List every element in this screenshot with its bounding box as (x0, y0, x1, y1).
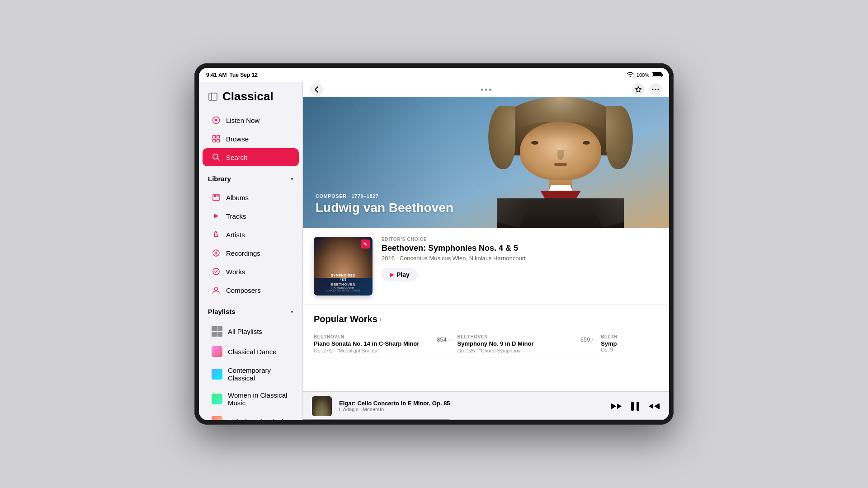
sidebar-item-composers[interactable]: Composers (203, 281, 299, 299)
album-cover: SYMPHONIES4&5 BEETHOVEN HARNONCOURT CONC… (314, 237, 373, 296)
composer-portrait (475, 97, 646, 228)
status-right: 100% (627, 72, 662, 78)
playlists-label: Playlists (208, 308, 236, 315)
composers-label: Composers (226, 286, 261, 294)
album-info: EDITOR'S CHOICE Beethoven: Symphonies No… (382, 237, 658, 282)
svg-rect-11 (214, 195, 216, 197)
svg-rect-10 (213, 194, 219, 201)
status-bar: 9:41 AM Tue Sep 12 100% (199, 68, 669, 82)
work-item-3-partial[interactable]: BEETH Symp Op. 9 (601, 331, 658, 357)
library-section-header: Library ▾ (199, 170, 302, 184)
library-label: Library (208, 175, 231, 183)
sidebar-item-recordings[interactable]: Recordings (203, 244, 299, 262)
album-title: Beethoven: Symphonies Nos. 4 & 5 (382, 244, 658, 253)
dot-1 (481, 89, 483, 91)
rewind-button[interactable] (610, 401, 623, 411)
classical-dance-thumb (212, 346, 222, 357)
sidebar-item-artists[interactable]: Artists (203, 225, 299, 244)
favorite-button[interactable] (632, 83, 645, 96)
work-1-sub: Op. 27/2 · "Moonlight Sonata" (314, 348, 419, 353)
work-3-title: Symp (601, 340, 658, 347)
work-2-composer: BEETHOVEN (458, 334, 534, 339)
playback-progress-bar[interactable] (303, 419, 669, 420)
device-inner: 9:41 AM Tue Sep 12 100% (199, 68, 669, 420)
pause-button[interactable] (630, 401, 640, 412)
svg-rect-7 (217, 140, 220, 142)
sidebar-item-search[interactable]: Search (203, 148, 299, 166)
relaxing-classical-thumb (212, 416, 222, 420)
albums-icon (212, 193, 221, 202)
search-icon (212, 153, 221, 162)
playlists-section-header: Playlists ▾ (199, 303, 302, 317)
play-button[interactable]: ▶ Play (382, 268, 418, 282)
app-title: Classical (222, 89, 274, 103)
playback-controls (610, 401, 660, 412)
app-content: Classical Listen Now (199, 82, 669, 420)
sidebar-item-contemporary-classical[interactable]: Contemporary Classical (203, 362, 299, 386)
sidebar-item-all-playlists[interactable]: All Playlists (203, 321, 299, 341)
sidebar-item-works[interactable]: Works (203, 263, 299, 281)
work-item-2[interactable]: BEETHOVEN Symphony No. 9 in D Minor Op. … (458, 331, 601, 357)
sidebar-item-women-in-classical[interactable]: Women in Classical Music (203, 387, 299, 411)
work-1-title: Piano Sonata No. 14 in C-Sharp Minor (314, 340, 419, 347)
contemporary-classical-label: Contemporary Classical (228, 366, 290, 382)
work-2-title: Symphony No. 9 in D Minor (458, 340, 534, 347)
more-options-button[interactable] (649, 83, 662, 96)
work-item-1[interactable]: BEETHOVEN Piano Sonata No. 14 in C-Sharp… (314, 331, 458, 357)
editors-choice-label: EDITOR'S CHOICE (382, 237, 658, 242)
time-display: 9:41 AM (206, 72, 227, 78)
listen-now-label: Listen Now (226, 117, 259, 124)
sidebar-item-browse[interactable]: Browse (203, 130, 299, 148)
sidebar-collapse-icon[interactable] (208, 92, 218, 102)
svg-point-20 (215, 287, 218, 291)
featured-album-section: SYMPHONIES4&5 BEETHOVEN HARNONCOURT CONC… (303, 228, 669, 305)
device-frame: 9:41 AM Tue Sep 12 100% (194, 63, 674, 425)
tracks-icon (212, 211, 221, 221)
sidebar-item-albums[interactable]: Albums (203, 188, 299, 206)
sidebar-item-listen-now[interactable]: Listen Now (203, 111, 299, 129)
work-1-count: 854 › (437, 336, 450, 343)
artists-label: Artists (226, 231, 245, 239)
battery-percentage: 100% (637, 72, 649, 78)
all-playlists-icon (212, 326, 222, 337)
svg-line-9 (217, 159, 220, 161)
pagination-dots (481, 89, 491, 91)
battery-icon (652, 72, 662, 77)
sidebar-item-classical-dance[interactable]: Classical Dance (203, 342, 299, 361)
classical-dance-label: Classical Dance (228, 348, 277, 356)
back-button[interactable] (310, 83, 323, 96)
svg-rect-28 (659, 404, 660, 409)
playlists-chevron-icon[interactable]: ▾ (291, 309, 293, 315)
svg-rect-5 (217, 136, 220, 138)
svg-rect-25 (611, 404, 612, 409)
content-scroll[interactable]: COMPOSER · 1770–1827 Ludwig van Beethove… (303, 97, 669, 391)
fast-forward-button[interactable] (647, 401, 660, 411)
album-cover-line4: CONCENTUS MUSICUS WIEN (326, 289, 360, 292)
date-display: Tue Sep 12 (230, 72, 258, 78)
works-icon (212, 267, 221, 276)
tracks-label: Tracks (226, 212, 246, 220)
album-cover-line1: SYMPHONIES4&5 (326, 273, 360, 282)
album-cover-text: SYMPHONIES4&5 BEETHOVEN HARNONCOURT CONC… (326, 273, 360, 292)
svg-rect-26 (631, 402, 634, 411)
library-chevron-icon[interactable]: ▾ (291, 176, 293, 182)
sidebar-nav: Listen Now Browse (199, 107, 302, 170)
work-3-composer: BEETH (601, 334, 658, 339)
play-icon: ▶ (390, 272, 394, 278)
composers-icon (212, 286, 221, 295)
now-playing-thumbnail (312, 396, 332, 416)
svg-point-16 (215, 252, 217, 254)
popular-works-chevron-icon[interactable]: › (379, 315, 382, 324)
dot-3 (489, 89, 491, 91)
listen-now-icon (212, 116, 221, 125)
sidebar-item-relaxing-classical[interactable]: Relaxing Classical (203, 412, 299, 420)
main-content: COMPOSER · 1770–1827 Ludwig van Beethove… (303, 82, 669, 420)
recordings-icon (212, 249, 221, 258)
sidebar-item-tracks[interactable]: Tracks (203, 207, 299, 225)
svg-point-23 (658, 89, 659, 90)
top-bar (303, 82, 669, 97)
svg-point-21 (652, 89, 654, 90)
work-1-composer: BEETHOVEN (314, 334, 419, 339)
svg-rect-6 (213, 140, 216, 142)
album-cover-line2: BEETHOVEN (326, 282, 360, 286)
